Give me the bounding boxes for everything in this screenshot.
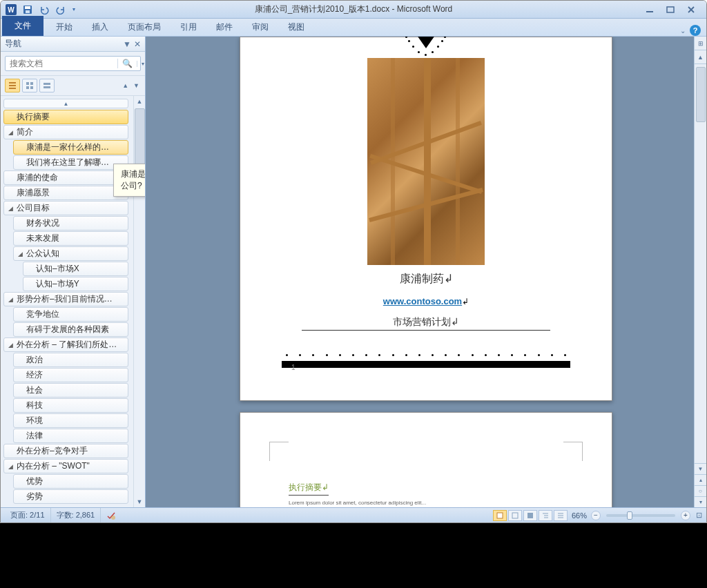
maximize-button[interactable]	[664, 5, 677, 14]
nav-item[interactable]: ◢公司目标	[3, 201, 128, 215]
tab-references[interactable]: 引用	[171, 18, 206, 36]
scroll-down-icon[interactable]: ▼	[134, 496, 145, 507]
nav-item-label: 政治	[26, 354, 43, 366]
tab-view[interactable]: 视图	[278, 18, 314, 36]
document-viewport[interactable]: 康浦制药↲ www.contoso.com↲ 市场营销计划↲ 1	[146, 37, 706, 507]
svg-rect-13	[30, 86, 33, 89]
tab-pagelayout[interactable]: 页面布局	[118, 18, 171, 36]
margin-corner	[563, 442, 583, 461]
tab-insert[interactable]: 插入	[82, 18, 118, 36]
nav-item[interactable]: 优势	[13, 474, 128, 489]
nav-item[interactable]: 法律	[13, 429, 128, 443]
scroll-thumb[interactable]	[135, 108, 145, 170]
scroll-down-icon[interactable]: ▼	[695, 463, 706, 474]
scroll-up-icon[interactable]: ▲	[695, 50, 706, 64]
view-draft[interactable]	[554, 510, 568, 521]
nav-item[interactable]: 政治	[13, 353, 128, 367]
nav-item[interactable]: ◢公众认知	[13, 246, 128, 261]
next-page-icon[interactable]: ▾	[695, 496, 706, 507]
zoom-fit-icon[interactable]: ⊡	[696, 511, 702, 520]
nav-item-label: 财务状况	[26, 217, 59, 229]
nav-collapse-all[interactable]: ▲	[3, 99, 128, 108]
nav-item[interactable]: 康浦的使命	[3, 170, 128, 185]
nav-item[interactable]: ◢外在分析 – 了解我们所处…	[3, 337, 128, 352]
status-page[interactable]: 页面: 2/11	[5, 508, 51, 522]
nav-close-icon[interactable]: ✕	[134, 39, 141, 49]
nav-item[interactable]: ◢内在分析 – "SWOT"	[3, 459, 128, 473]
nav-item[interactable]: 环境	[13, 413, 128, 428]
tab-review[interactable]: 审阅	[242, 18, 278, 36]
ribbon-minimize-icon[interactable]: ⌄	[680, 27, 686, 35]
view-print-layout[interactable]	[493, 510, 507, 521]
nav-item[interactable]: ◢形势分析–我们目前情况…	[3, 292, 128, 306]
save-icon[interactable]	[20, 3, 35, 17]
nav-item[interactable]: 科技	[13, 398, 128, 413]
nav-item[interactable]: 我们将在这里了解哪…	[13, 155, 128, 170]
nav-view-results[interactable]	[39, 79, 55, 92]
view-web-layout[interactable]	[523, 510, 537, 521]
navigation-pane: 导航 ▼ ✕ 🔍 ▾ ▲ ▼	[1, 37, 146, 507]
svg-rect-17	[497, 513, 503, 518]
nav-scrollbar[interactable]: ▲ ▼	[133, 96, 145, 507]
nav-item-label: 环境	[26, 415, 43, 427]
svg-rect-10	[26, 82, 29, 85]
tab-mailings[interactable]: 邮件	[206, 18, 242, 36]
nav-header: 导航 ▼ ✕	[1, 37, 145, 52]
browse-object-icon[interactable]: ○	[695, 485, 706, 496]
ruler-toggle-icon[interactable]: ⊞	[695, 37, 706, 50]
nav-item[interactable]: 执行摘要	[3, 110, 128, 124]
zoom-slider[interactable]	[606, 514, 675, 517]
zoom-in-button[interactable]: +	[681, 511, 690, 520]
svg-rect-3	[25, 6, 30, 9]
nav-item[interactable]: 财务状况	[13, 216, 128, 231]
nav-item[interactable]: 认知–市场Y	[23, 277, 128, 291]
status-bar: 页面: 2/11 字数: 2,861 66% − + ⊡	[1, 507, 706, 522]
tab-file[interactable]: 文件	[2, 16, 43, 36]
nav-item[interactable]: 康浦愿景	[3, 186, 128, 200]
nav-item[interactable]: 外在分析–竞争对手	[3, 444, 128, 458]
tab-home[interactable]: 开始	[46, 18, 82, 36]
caret-icon: ◢	[8, 296, 15, 303]
scroll-thumb[interactable]	[696, 67, 706, 122]
nav-item[interactable]: 认知–市场X	[23, 262, 128, 276]
redo-icon[interactable]	[53, 3, 68, 17]
nav-item[interactable]: ◢简介	[3, 125, 128, 139]
word-app-icon[interactable]: W	[3, 3, 19, 17]
svg-rect-11	[30, 82, 33, 85]
status-proofing-icon[interactable]	[101, 508, 122, 522]
minimize-button[interactable]	[643, 5, 657, 14]
zoom-level[interactable]: 66%	[572, 511, 587, 520]
nav-item[interactable]: 经济	[13, 368, 128, 382]
nav-item-label: 未来发展	[26, 233, 59, 244]
zoom-knob[interactable]	[627, 511, 632, 520]
nav-item[interactable]: 有碍于发展的各种因素	[13, 322, 128, 337]
close-button[interactable]	[684, 5, 698, 14]
view-full-screen[interactable]	[508, 510, 522, 521]
nav-item[interactable]: 劣势	[13, 489, 128, 504]
nav-item-label: 形势分析–我们目前情况…	[17, 293, 113, 305]
body-text: Lorem ipsum dolor sit amet, consectetur …	[289, 500, 563, 506]
document-scrollbar[interactable]: ⊞ ▲ ▼ ▴ ○ ▾	[694, 37, 706, 507]
qat-customize-icon[interactable]: ▾	[70, 3, 78, 17]
nav-item[interactable]: 未来发展	[13, 231, 128, 246]
contoso-link[interactable]: www.contoso.com	[383, 296, 462, 306]
nav-title: 导航	[5, 38, 21, 50]
nav-item[interactable]: 社会	[13, 383, 128, 398]
quick-access-toolbar: W ▾	[3, 3, 78, 17]
nav-next-icon[interactable]: ▼	[132, 81, 141, 90]
zoom-out-button[interactable]: −	[591, 511, 601, 520]
nav-view-pages[interactable]	[22, 79, 37, 92]
status-words[interactable]: 字数: 2,861	[51, 508, 101, 522]
nav-item[interactable]: 竞争地位	[13, 307, 128, 322]
undo-icon[interactable]	[37, 3, 52, 17]
search-icon[interactable]: 🔍	[117, 59, 137, 68]
scroll-up-icon[interactable]: ▲	[134, 96, 145, 107]
help-icon[interactable]: ?	[690, 25, 701, 36]
nav-dropdown-icon[interactable]: ▼	[123, 39, 131, 49]
nav-view-headings[interactable]	[5, 79, 20, 92]
prev-page-icon[interactable]: ▴	[695, 474, 706, 485]
search-input[interactable]	[6, 59, 117, 68]
nav-item[interactable]: 康浦是一家什么样的…	[13, 140, 128, 155]
view-outline[interactable]	[539, 510, 552, 521]
nav-prev-icon[interactable]: ▲	[121, 81, 130, 90]
